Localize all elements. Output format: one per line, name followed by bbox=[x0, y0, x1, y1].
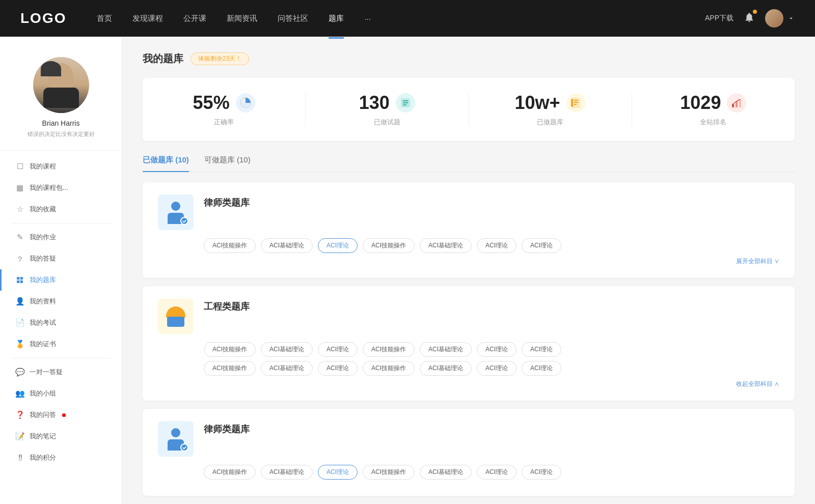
sidebar-item-course[interactable]: ☐ 我的课程 bbox=[0, 156, 122, 177]
grid-icon bbox=[15, 275, 24, 285]
tab-available-banks[interactable]: 可做题库 (10) bbox=[204, 155, 251, 171]
logo[interactable]: LOGO bbox=[20, 10, 66, 26]
notification-bell[interactable] bbox=[744, 12, 755, 25]
sidebar-item-homework[interactable]: ✎ 我的作业 bbox=[0, 227, 122, 248]
edit-icon: ✎ bbox=[15, 233, 24, 242]
group-icon: 👥 bbox=[15, 389, 24, 398]
tag-1-5[interactable]: ACI基础理论 bbox=[420, 238, 472, 253]
sidebar-item-group[interactable]: 👥 我的小组 bbox=[0, 383, 122, 404]
star-icon: ☆ bbox=[15, 205, 24, 214]
sidebar-item-tutoring[interactable]: 💬 一对一答疑 bbox=[0, 361, 122, 383]
collapse-link-2[interactable]: 收起全部科目 ∧ bbox=[158, 380, 779, 388]
tag-2a-4[interactable]: ACI技能操作 bbox=[363, 342, 415, 357]
bank-icon-lawyer-2 bbox=[158, 421, 194, 457]
bank-card-lawyer-2: 律师类题库 ACI技能操作 ACI基础理论 ACI理论 ACI技能操作 ACI基… bbox=[143, 409, 795, 496]
sidebar-item-question-bank[interactable]: 我的题库 bbox=[0, 269, 122, 291]
sidebar-item-exam-label: 我的考试 bbox=[30, 318, 56, 327]
nav-news[interactable]: 新闻资讯 bbox=[227, 12, 257, 25]
doc-icon: 📄 bbox=[15, 318, 24, 327]
tag-3-5[interactable]: ACI基础理论 bbox=[420, 465, 472, 480]
tag-1-2[interactable]: ACI基础理论 bbox=[261, 238, 313, 253]
page-header: 我的题库 体验剩余23天！ bbox=[143, 52, 795, 66]
sidebar-item-qa[interactable]: ? 我的答疑 bbox=[0, 248, 122, 269]
svg-rect-16 bbox=[739, 99, 741, 107]
bank-icon-inner-engineering bbox=[164, 304, 187, 328]
sidebar-item-profile[interactable]: 👤 我的资料 bbox=[0, 291, 122, 312]
nav-qa[interactable]: 问答社区 bbox=[278, 12, 308, 25]
app-download-button[interactable]: APP下载 bbox=[705, 14, 734, 23]
stats-row: 55% 正确率 130 bbox=[143, 78, 795, 141]
file-icon: ☐ bbox=[15, 162, 24, 171]
bank-icon-inner-lawyer-1 bbox=[164, 201, 187, 224]
tag-2a-1[interactable]: ACI技能操作 bbox=[204, 342, 256, 357]
sidebar-item-exam[interactable]: 📄 我的考试 bbox=[0, 312, 122, 333]
tag-2b-2[interactable]: ACI基础理论 bbox=[261, 361, 313, 376]
sidebar-item-favorites[interactable]: ☆ 我的收藏 bbox=[0, 199, 122, 220]
tag-2a-2[interactable]: ACI基础理论 bbox=[261, 342, 313, 357]
stat-done-questions: 130 已做试题 bbox=[306, 92, 469, 127]
tag-2a-3[interactable]: ACI理论 bbox=[318, 342, 358, 357]
user-avatar bbox=[765, 9, 783, 27]
sidebar-item-course-pack[interactable]: ▦ 我的课程包... bbox=[0, 177, 122, 199]
stat-done-banks: 10w+ 已做题库 bbox=[469, 92, 632, 127]
tag-2a-5[interactable]: ACI基础理论 bbox=[420, 342, 472, 357]
tag-1-1[interactable]: ACI技能操作 bbox=[204, 238, 256, 253]
sidebar-item-cert[interactable]: 🏅 我的证书 bbox=[0, 333, 122, 355]
nav-question-bank[interactable]: 题库 bbox=[329, 12, 344, 25]
user-avatar-wrap[interactable] bbox=[765, 9, 795, 27]
tag-3-7[interactable]: ACI理论 bbox=[522, 465, 561, 480]
tag-3-4[interactable]: ACI技能操作 bbox=[363, 465, 415, 480]
tag-3-6[interactable]: ACI理论 bbox=[477, 465, 517, 480]
tag-1-6[interactable]: ACI理论 bbox=[477, 238, 517, 253]
tag-2a-7[interactable]: ACI理论 bbox=[522, 342, 561, 357]
sidebar-item-qa-label: 我的答疑 bbox=[30, 254, 56, 263]
stat-ranking-label: 全站排名 bbox=[700, 118, 726, 127]
stat-done-questions-top: 130 bbox=[359, 92, 415, 114]
svg-rect-3 bbox=[20, 281, 23, 283]
sidebar-item-group-label: 我的小组 bbox=[30, 389, 56, 398]
tab-done-banks[interactable]: 已做题库 (10) bbox=[143, 155, 189, 171]
profile-motto: 错误的决定比没有决定要好 bbox=[17, 130, 105, 138]
main-nav: 首页 发现课程 公开课 新闻资讯 问答社区 题库 ··· bbox=[97, 12, 705, 25]
tag-2b-4[interactable]: ACI技能操作 bbox=[363, 361, 415, 376]
tag-1-4[interactable]: ACI技能操作 bbox=[363, 238, 415, 253]
svg-rect-2 bbox=[17, 281, 19, 283]
tag-1-7[interactable]: ACI理论 bbox=[522, 238, 561, 253]
check-badge-icon-2 bbox=[180, 443, 188, 452]
tag-2b-1[interactable]: ACI技能操作 bbox=[204, 361, 256, 376]
bank-card-header-1: 律师类题库 bbox=[158, 194, 779, 230]
nav-home[interactable]: 首页 bbox=[97, 12, 112, 25]
stat-done-banks-label: 已做题库 bbox=[537, 118, 563, 127]
nav-open-course[interactable]: 公开课 bbox=[183, 12, 206, 25]
tag-2b-3[interactable]: ACI理论 bbox=[318, 361, 358, 376]
nav-more[interactable]: ··· bbox=[364, 12, 371, 25]
sidebar-item-notes[interactable]: 📝 我的笔记 bbox=[0, 426, 122, 447]
bank-title-lawyer-2: 律师类题库 bbox=[204, 421, 250, 435]
medal-icon: 🎖 bbox=[15, 453, 24, 462]
sidebar-item-tutoring-label: 一对一答疑 bbox=[30, 368, 63, 377]
bar-icon: ▦ bbox=[15, 183, 24, 192]
tag-3-3[interactable]: ACI理论 bbox=[318, 465, 358, 480]
nav-discover[interactable]: 发现课程 bbox=[132, 12, 163, 25]
bank-tags-row-2a: ACI技能操作 ACI基础理论 ACI理论 ACI技能操作 ACI基础理论 AC… bbox=[204, 342, 779, 357]
tag-3-2[interactable]: ACI基础理论 bbox=[261, 465, 313, 480]
bank-title-lawyer-1: 律师类题库 bbox=[204, 194, 250, 209]
expand-link-1[interactable]: 展开全部科目 ∨ bbox=[158, 257, 779, 266]
tag-2a-6[interactable]: ACI理论 bbox=[477, 342, 517, 357]
sidebar-item-favorites-label: 我的收藏 bbox=[30, 205, 56, 214]
sidebar-item-homework-label: 我的作业 bbox=[30, 233, 56, 242]
tag-2b-5[interactable]: ACI基础理论 bbox=[420, 361, 472, 376]
stat-done-questions-value: 130 bbox=[359, 92, 390, 114]
tag-2b-7[interactable]: ACI理论 bbox=[522, 361, 561, 376]
tag-2b-6[interactable]: ACI理论 bbox=[477, 361, 517, 376]
sidebar-item-my-qa[interactable]: ❓ 我的问答 bbox=[0, 404, 122, 426]
profile-section: Brian Harris 错误的决定比没有决定要好 bbox=[0, 47, 122, 151]
tag-3-1[interactable]: ACI技能操作 bbox=[204, 465, 256, 480]
tabs-row: 已做题库 (10) 可做题库 (10) bbox=[143, 155, 795, 172]
sidebar-item-points[interactable]: 🎖 我的积分 bbox=[0, 447, 122, 468]
tag-1-3[interactable]: ACI理论 bbox=[318, 238, 358, 253]
stat-ranking-value: 1029 bbox=[680, 92, 721, 114]
header-right: APP下载 bbox=[705, 9, 795, 27]
note-icon bbox=[570, 97, 582, 109]
stat-accuracy-top: 55% bbox=[193, 92, 255, 114]
